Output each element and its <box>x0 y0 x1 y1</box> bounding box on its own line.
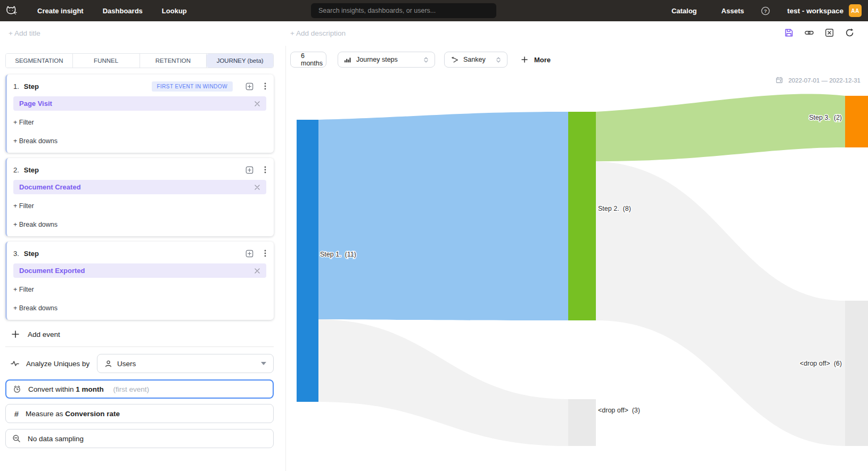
analyze-entity-value: Users <box>117 360 136 368</box>
nav-item-dashboards[interactable]: Dashboards <box>103 7 143 15</box>
step-menu-kebab-icon[interactable] <box>264 82 266 90</box>
step-index: 2. <box>13 166 19 174</box>
nav-item-assets[interactable]: Assets <box>722 7 744 15</box>
sankey-link-step1-dropoff[interactable] <box>318 319 568 446</box>
header-actions <box>784 28 854 37</box>
avatar[interactable]: AA <box>849 4 862 17</box>
sankey-node-dropoff-right[interactable] <box>845 301 868 446</box>
plus-icon <box>521 56 528 63</box>
select-carets-icon <box>496 57 501 63</box>
alarm-clock-icon <box>13 385 21 393</box>
breakdown-select[interactable]: Journey steps <box>338 52 435 68</box>
time-range-value: 6 months <box>301 52 323 67</box>
sankey-label-step2: Step 2. (8) <box>598 205 631 212</box>
measure-as-setting[interactable]: # Measure as Conversion rate <box>5 404 274 423</box>
remove-event-icon[interactable] <box>254 101 260 107</box>
top-navbar: Create insight Dashboards Lookup Catalog… <box>0 0 868 21</box>
add-breakdown-button[interactable]: + Break downs <box>13 304 266 312</box>
nav-item-create-insight[interactable]: Create insight <box>37 7 84 15</box>
more-options-button[interactable]: More <box>521 56 551 64</box>
event-chip[interactable]: Document Created <box>13 180 266 194</box>
panel-divider <box>5 346 274 347</box>
add-event-to-step-icon[interactable] <box>245 250 253 258</box>
step-card-header: 2. Step <box>13 165 266 175</box>
sankey-chart: Step 1. (11) Step 2. (8) Step 3. (2) <dr… <box>286 75 868 471</box>
add-breakdown-button[interactable]: + Break downs <box>13 221 266 228</box>
sankey-link-step1-step2[interactable] <box>318 112 568 320</box>
conversion-window-note: (first event) <box>113 385 150 393</box>
event-chip[interactable]: Page Visit <box>13 96 266 111</box>
tab-segmentation[interactable]: SEGMENTATION <box>6 54 73 68</box>
help-icon[interactable]: ? <box>761 6 770 15</box>
app-logo-cat-icon[interactable] <box>4 4 18 17</box>
nav-item-lookup[interactable]: Lookup <box>162 7 187 15</box>
add-event-label: Add event <box>28 330 60 338</box>
remove-event-icon[interactable] <box>254 268 260 274</box>
remove-event-icon[interactable] <box>254 184 260 191</box>
clear-cache-icon[interactable] <box>825 28 834 37</box>
step-index: 3. <box>13 250 19 258</box>
refresh-icon[interactable] <box>845 28 854 37</box>
conversion-window-value: 1 month <box>76 385 104 393</box>
chart-toolbar: 6 months Journey steps Sankey More <box>290 52 551 68</box>
conversion-window-setting[interactable]: Convert within 1 month (first event) <box>5 379 274 399</box>
nav-item-catalog[interactable]: Catalog <box>672 7 697 15</box>
first-event-in-window-badge: FIRST EVENT IN WINDOW <box>152 81 233 92</box>
sankey-label-dropoff-mid: <drop off> (3) <box>598 407 640 414</box>
sankey-link-step2-dropoff[interactable] <box>596 161 845 446</box>
analyze-uniques-label: Analyze Uniques by <box>26 360 89 368</box>
search-input[interactable] <box>311 3 496 18</box>
save-icon[interactable] <box>784 28 793 37</box>
event-name: Document Created <box>19 183 81 191</box>
sankey-node-dropoff-mid[interactable] <box>568 399 596 446</box>
sankey-node-step1[interactable] <box>297 120 318 402</box>
add-filter-button[interactable]: + Filter <box>13 286 266 293</box>
step-title: Step <box>24 166 39 174</box>
step-menu-kebab-icon[interactable] <box>264 166 266 173</box>
sampling-magnifier-icon <box>12 434 21 443</box>
chart-type-select[interactable]: Sankey <box>444 52 507 68</box>
add-title-button[interactable]: + Add title <box>9 29 40 37</box>
step-card-1: 1. Step FIRST EVENT IN WINDOW Page Visit… <box>5 75 274 153</box>
query-builder-panel: SEGMENTATION FUNNEL RETENTION JOURNEY (b… <box>5 53 274 448</box>
breakdown-select-value: Journey steps <box>356 56 398 63</box>
step-menu-kebab-icon[interactable] <box>264 250 266 257</box>
step-card-3: 3. Step Document Exported + Filter + Bre… <box>5 242 274 320</box>
step-title: Step <box>24 82 39 90</box>
analyze-entity-select[interactable]: Users <box>97 354 274 373</box>
event-chip[interactable]: Document Exported <box>13 263 266 278</box>
sankey-label-step3: Step 3. (2) <box>809 114 842 121</box>
analyze-row: Analyze Uniques by Users <box>5 354 274 373</box>
step-card-header: 3. Step <box>13 249 266 258</box>
copy-link-icon[interactable] <box>805 28 814 37</box>
workspace-name[interactable]: test - workspace <box>787 7 844 15</box>
event-name: Page Visit <box>19 100 52 108</box>
step-title: Step <box>24 250 39 258</box>
sankey-node-step2[interactable] <box>568 112 596 320</box>
add-filter-button[interactable]: + Filter <box>13 202 266 210</box>
add-description-button[interactable]: + Add description <box>290 29 346 37</box>
add-event-to-step-icon[interactable] <box>245 82 253 90</box>
step-card-header: 1. Step FIRST EVENT IN WINDOW <box>13 81 266 91</box>
data-sampling-setting[interactable]: No data sampling <box>5 429 274 448</box>
global-search <box>311 3 496 18</box>
measure-as-value: Conversion rate <box>65 410 120 418</box>
add-filter-button[interactable]: + Filter <box>13 119 266 126</box>
sankey-icon <box>451 56 458 64</box>
tab-retention[interactable]: RETENTION <box>140 54 207 68</box>
step-index: 1. <box>13 82 19 90</box>
tab-funnel[interactable]: FUNNEL <box>73 54 140 68</box>
step-card-2: 2. Step Document Created + Filter + Brea… <box>5 158 274 236</box>
add-breakdown-button[interactable]: + Break downs <box>13 137 266 145</box>
time-range-button[interactable]: 6 months <box>290 52 326 68</box>
activity-icon <box>11 359 19 368</box>
add-event-to-step-icon[interactable] <box>245 166 253 174</box>
bar-chart-icon <box>344 56 351 63</box>
plus-icon <box>12 330 19 338</box>
sankey-link-step2-step3[interactable] <box>596 94 845 161</box>
user-icon <box>104 360 112 368</box>
tab-journey[interactable]: JOURNEY (beta) <box>207 54 273 68</box>
sankey-node-step3[interactable] <box>845 96 868 147</box>
measure-as-label: Measure as <box>26 410 63 418</box>
add-event-button[interactable]: Add event <box>5 329 274 340</box>
